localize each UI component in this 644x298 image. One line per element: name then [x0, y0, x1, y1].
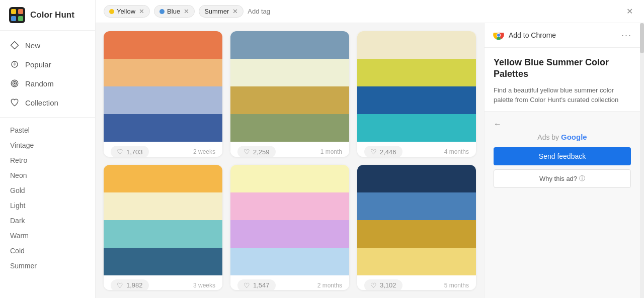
summer-label: Summer [204, 8, 229, 15]
tag-chip-yellow: Yellow ✕ [104, 5, 150, 18]
tag-cold[interactable]: Cold [0, 243, 95, 258]
swatch-4-4 [104, 248, 222, 275]
yellow-close[interactable]: ✕ [139, 8, 144, 15]
seo-section: Yellow Blue Summer Color Palettes Find a… [485, 48, 640, 112]
tag-retro[interactable]: Retro [0, 153, 95, 168]
google-text: Google [561, 133, 587, 141]
heart-icon-6: ♡ [370, 281, 377, 289]
palette-footer-2: ♡ 2,259 1 month [230, 142, 349, 157]
add-tag-input[interactable] [248, 8, 619, 15]
seo-title: Yellow Blue Summer Color Palettes [494, 57, 631, 80]
tag-warm[interactable]: Warm [0, 228, 95, 243]
add-to-chrome-button[interactable]: Add to Chrome [493, 29, 556, 41]
svg-rect-1 [11, 9, 16, 14]
ads-back-button[interactable]: ← [494, 120, 502, 129]
svg-rect-2 [18, 9, 23, 14]
swatch-2-2 [230, 59, 349, 86]
tag-chip-blue: Blue ✕ [154, 5, 195, 18]
send-feedback-button[interactable]: Send feedback [494, 147, 631, 165]
tag-section: Pastel Vintage Retro Neon Gold Light Dar… [0, 118, 95, 278]
palette-card-1[interactable]: ♡ 1,703 2 weeks [104, 31, 222, 157]
palette-footer-3: ♡ 2,446 4 months [357, 142, 476, 157]
like-button-1[interactable]: ♡ 1,703 [111, 146, 149, 157]
tag-pastel[interactable]: Pastel [0, 123, 95, 138]
random-icon [10, 79, 19, 88]
swatch-3-3 [357, 86, 476, 114]
like-button-2[interactable]: ♡ 2,259 [237, 146, 276, 157]
nav-item-new[interactable]: New [0, 36, 95, 55]
time-label-3: 4 months [444, 148, 469, 155]
svg-marker-5 [11, 42, 19, 49]
like-count-4: 1,982 [126, 281, 143, 289]
time-label-6: 5 months [444, 282, 469, 289]
nav-label-random: Random [25, 79, 54, 88]
chrome-btn-label: Add to Chrome [509, 31, 556, 39]
scrollbar-thumb[interactable] [640, 23, 644, 53]
time-label-2: 1 month [320, 148, 342, 155]
like-count-1: 1,703 [126, 148, 143, 156]
why-ad-label: Why this ad? [539, 175, 577, 182]
why-this-ad-button[interactable]: Why this ad? ⓘ [494, 169, 631, 188]
tag-vintage[interactable]: Vintage [0, 138, 95, 153]
svg-point-9 [14, 83, 15, 84]
search-clear-button[interactable]: ✕ [623, 6, 636, 17]
nav-item-popular[interactable]: Popular [0, 55, 95, 74]
time-label-4: 3 weeks [193, 282, 215, 289]
palette-card-6[interactable]: ♡ 3,102 5 months [357, 165, 476, 290]
like-count-3: 2,446 [380, 148, 396, 156]
svg-rect-3 [11, 16, 16, 21]
like-button-5[interactable]: ♡ 1,547 [237, 279, 276, 290]
palette-card-2[interactable]: ♡ 2,259 1 month [230, 31, 349, 157]
heart-icon [10, 98, 19, 107]
tag-gold[interactable]: Gold [0, 183, 95, 198]
yellow-dot [109, 9, 114, 14]
swatch-5-4 [230, 248, 349, 275]
heart-icon-3: ♡ [370, 148, 377, 156]
seo-description: Find a beautiful yellow blue summer colo… [494, 85, 631, 105]
more-options-button[interactable]: ··· [621, 30, 632, 41]
nav-item-collection[interactable]: Collection [0, 93, 95, 112]
palette-card-4[interactable]: ♡ 1,982 3 weeks [104, 165, 222, 290]
ads-label: Ads by Google [537, 133, 587, 141]
like-button-4[interactable]: ♡ 1,982 [111, 279, 149, 290]
yellow-label: Yellow [117, 8, 135, 15]
blue-label: Blue [167, 8, 180, 15]
palette-swatches-6 [357, 165, 476, 275]
blue-close[interactable]: ✕ [184, 8, 189, 15]
swatch-4-1 [104, 165, 222, 192]
nav-item-random[interactable]: Random [0, 74, 95, 93]
swatch-6-2 [357, 192, 476, 220]
summer-close[interactable]: ✕ [232, 8, 238, 15]
search-bar: Yellow ✕ Blue ✕ Summer ✕ ✕ [96, 0, 644, 23]
palette-card-3[interactable]: ♡ 2,446 4 months [357, 31, 476, 157]
diamond-icon [10, 41, 19, 50]
tag-light[interactable]: Light [0, 198, 95, 213]
tag-summer[interactable]: Summer [0, 258, 95, 273]
palette-footer-1: ♡ 1,703 2 weeks [104, 142, 222, 157]
right-panel: Add to Chrome ··· Yellow Blue Summer Col… [484, 23, 640, 298]
swatch-6-4 [357, 248, 476, 275]
page-scrollbar[interactable] [640, 23, 644, 298]
swatch-4-3 [104, 220, 222, 248]
info-icon: ⓘ [579, 174, 585, 183]
swatch-3-2 [357, 59, 476, 86]
time-label-5: 2 months [317, 282, 342, 289]
like-button-3[interactable]: ♡ 2,446 [364, 146, 403, 157]
tag-dark[interactable]: Dark [0, 213, 95, 228]
like-button-6[interactable]: ♡ 3,102 [364, 279, 403, 290]
tag-neon[interactable]: Neon [0, 168, 95, 183]
swatch-2-1 [230, 31, 349, 59]
logo-text: Color Hunt [30, 10, 74, 20]
swatch-2-4 [230, 114, 349, 142]
like-count-2: 2,259 [253, 148, 270, 156]
like-count-6: 3,102 [380, 281, 396, 289]
palette-card-5[interactable]: ♡ 1,547 2 months [230, 165, 349, 290]
logo[interactable]: Color Hunt [0, 0, 95, 31]
swatch-3-4 [357, 114, 476, 142]
swatch-5-3 [230, 220, 349, 248]
palette-footer-6: ♡ 3,102 5 months [357, 275, 476, 290]
palette-swatches-1 [104, 31, 222, 142]
palette-swatches-2 [230, 31, 349, 142]
swatch-6-3 [357, 220, 476, 248]
swatch-5-1 [230, 165, 349, 192]
